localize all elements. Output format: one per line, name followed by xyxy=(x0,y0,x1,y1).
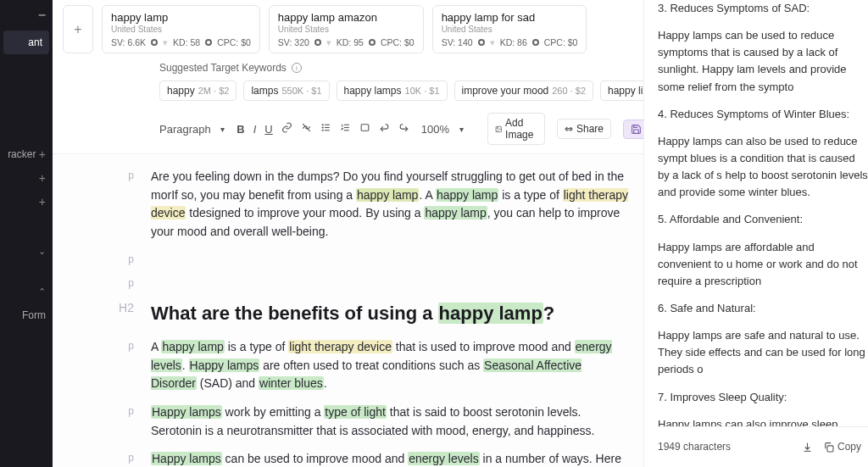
block-body[interactable] xyxy=(151,275,630,289)
copy-button[interactable]: Copy xyxy=(823,439,861,455)
numbered-list-button[interactable] xyxy=(340,122,351,136)
sv-dot-icon xyxy=(478,39,485,46)
editor-block[interactable]: p xyxy=(66,275,630,289)
kw-stats: SV: 6.6K▾ KD: 58 CPC: $0 xyxy=(111,37,251,47)
underline-button[interactable]: U xyxy=(264,123,272,136)
block-tag-label: p xyxy=(66,450,151,467)
kd-dot-icon xyxy=(369,39,376,46)
svg-point-12 xyxy=(497,127,498,128)
save-icon xyxy=(631,124,642,135)
bold-button[interactable]: B xyxy=(236,123,244,136)
block-body[interactable]: Are you feeling down in the dumps? Do yo… xyxy=(151,168,630,242)
numbered-list-icon xyxy=(340,122,351,133)
sidebar-expand-down[interactable]: ⌄ xyxy=(0,239,53,263)
sidebar-expand-up[interactable]: ⌃ xyxy=(0,280,53,303)
block-tag-label: p xyxy=(66,168,151,242)
quote-button[interactable] xyxy=(359,122,370,136)
block-type-dropdown[interactable]: Paragraph ▾ xyxy=(159,123,225,136)
sidebar-item-label: Form xyxy=(22,309,46,321)
bullet-list-button[interactable] xyxy=(320,122,331,136)
sidebar-item-label: ant xyxy=(28,36,42,48)
keyword-card[interactable]: happy lamp for sad United States SV: 140… xyxy=(432,5,587,53)
right-paragraph: 7. Improves Sleep Quality: xyxy=(658,389,868,406)
unlink-icon xyxy=(301,122,312,133)
right-panel: 3. Reduces Symptoms of SAD:Happy lamps c… xyxy=(643,0,868,467)
editor-block[interactable]: pHappy lamps can be used to improve mood… xyxy=(66,450,630,467)
keyword-chip[interactable]: happy light15K · $1 xyxy=(600,81,643,101)
editor-block[interactable]: pAre you feeling down in the dumps? Do y… xyxy=(66,168,630,242)
right-footer: 1949 characters Copy xyxy=(658,426,868,467)
keyword-card[interactable]: happy lamp United States SV: 6.6K▾ KD: 5… xyxy=(102,5,260,53)
plus-icon: + xyxy=(39,195,46,208)
svg-point-1 xyxy=(322,125,323,125)
editor-block[interactable]: pA happy lamp is a type of light therapy… xyxy=(66,338,630,393)
keyword-chip[interactable]: happy2M · $2 xyxy=(159,81,236,101)
right-paragraph: 6. Safe and Natural: xyxy=(658,300,868,317)
svg-point-5 xyxy=(322,130,323,131)
right-paragraph: Happy lamps can also improve sleep quali… xyxy=(658,416,868,427)
keyword-card-row: + happy lamp United States SV: 6.6K▾ KD:… xyxy=(53,0,643,53)
right-paragraph: Happy lamps are affordable and convenien… xyxy=(658,239,868,290)
share-button[interactable]: ⇔Share xyxy=(557,119,611,139)
editor-block[interactable]: H2What are the benefits of using a happy… xyxy=(66,299,630,328)
link-button[interactable] xyxy=(281,122,292,136)
sidebar-item-tracker[interactable]: racker + xyxy=(0,142,53,166)
sidebar-item-form[interactable]: Form xyxy=(0,303,53,327)
plus-icon: + xyxy=(39,171,46,185)
chevron-down-icon: ⌄ xyxy=(38,246,46,257)
sidebar-left: − ant racker + + + ⌄ ⌃ Form xyxy=(0,0,53,467)
save-button[interactable] xyxy=(623,120,643,139)
kw-stats: SV: 140▾ KD: 86 CPC: $0 xyxy=(442,37,578,47)
add-image-button[interactable]: Add Image xyxy=(487,113,545,145)
editor-body[interactable]: pAre you feeling down in the dumps? Do y… xyxy=(53,154,643,467)
block-body[interactable]: Happy lamps work by emitting a type of l… xyxy=(151,403,630,440)
editor-toolbar: Paragraph ▾ B I U xyxy=(53,108,643,154)
block-tag-label: H2 xyxy=(66,299,151,328)
kw-region: United States xyxy=(111,25,251,34)
keyword-card[interactable]: happy lamp amazon United States SV: 320▾… xyxy=(269,5,424,53)
kw-title: happy lamp xyxy=(111,11,251,24)
block-body[interactable] xyxy=(151,252,630,265)
zoom-dropdown[interactable]: 100% ▾ xyxy=(421,123,464,136)
kw-title: happy lamp for sad xyxy=(442,11,578,24)
sidebar-item-ant[interactable]: ant xyxy=(3,31,49,54)
kd-dot-icon xyxy=(205,39,212,46)
block-tag-label: p xyxy=(66,275,151,289)
download-button[interactable] xyxy=(802,442,813,453)
undo-button[interactable] xyxy=(379,122,390,136)
block-body[interactable]: What are the benefits of using a happy l… xyxy=(151,299,630,328)
right-paragraph: 4. Reduces Symptoms of Winter Blues: xyxy=(658,106,868,123)
right-paragraph: Happy lamps can be used to reduce sympto… xyxy=(658,27,868,96)
right-paragraph: 5. Affordable and Convenient: xyxy=(658,211,868,228)
kw-region: United States xyxy=(442,25,578,34)
plus-icon: + xyxy=(39,147,46,161)
sv-dot-icon xyxy=(314,39,321,46)
sidebar-item-label: racker xyxy=(8,148,36,160)
svg-rect-10 xyxy=(361,125,369,131)
add-keyword-button[interactable]: + xyxy=(63,5,93,53)
keyword-chip[interactable]: happy lamps10K · $1 xyxy=(337,81,448,101)
kw-region: United States xyxy=(278,25,415,34)
kw-stats: SV: 320▾ KD: 95 CPC: $0 xyxy=(278,37,415,47)
keyword-chip[interactable]: improve your mood260 · $2 xyxy=(454,81,593,101)
sidebar-collapse[interactable]: − xyxy=(0,3,53,27)
kd-dot-icon xyxy=(532,39,539,46)
chevron-down-icon: ▾ xyxy=(220,125,225,134)
info-icon[interactable]: i xyxy=(292,63,302,73)
italic-button[interactable]: I xyxy=(253,123,257,136)
quote-icon xyxy=(359,122,370,133)
block-body[interactable]: A happy lamp is a type of light therapy … xyxy=(151,338,630,393)
keyword-chip[interactable]: lamps550K · $1 xyxy=(243,81,329,101)
unlink-button[interactable] xyxy=(301,122,312,136)
sv-dot-icon xyxy=(151,39,158,46)
block-tag-label: p xyxy=(66,252,151,265)
chevron-down-icon: ▾ xyxy=(459,125,464,134)
editor-block[interactable]: p xyxy=(66,252,630,265)
editor-block[interactable]: pHappy lamps work by emitting a type of … xyxy=(66,403,630,440)
block-body[interactable]: Happy lamps can be used to improve mood … xyxy=(151,450,630,467)
sidebar-item-plus[interactable]: + xyxy=(0,190,53,214)
redo-button[interactable] xyxy=(398,122,409,136)
plus-icon: + xyxy=(74,22,81,37)
link-icon xyxy=(281,122,292,133)
sidebar-item-plus[interactable]: + xyxy=(0,166,53,190)
